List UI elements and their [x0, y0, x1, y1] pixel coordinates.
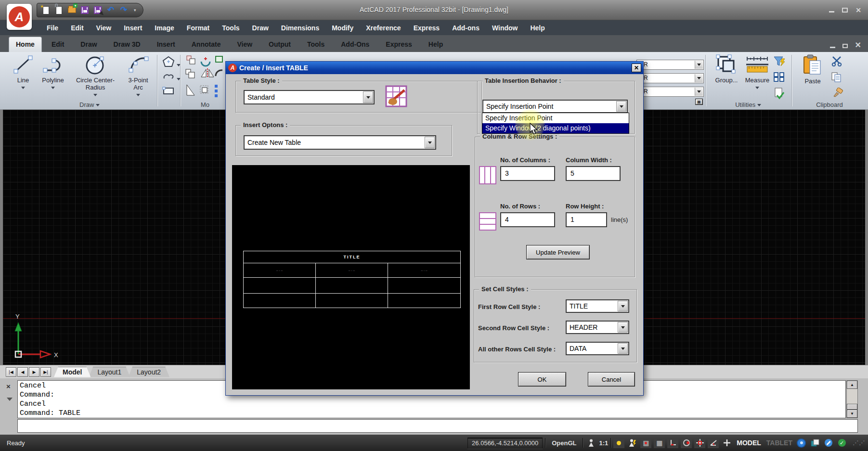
- prev-tab-button[interactable]: ◀: [17, 367, 28, 377]
- isolate-objects-icon[interactable]: [613, 438, 624, 448]
- polar-icon[interactable]: [681, 438, 692, 448]
- clean-screen-icon[interactable]: [823, 438, 834, 448]
- line-button[interactable]: Line: [11, 54, 36, 91]
- paste-button[interactable]: Paste: [798, 54, 827, 85]
- columns-input[interactable]: 3: [500, 166, 555, 181]
- next-tab-button[interactable]: ▶: [29, 367, 39, 377]
- chevron-down-icon[interactable]: [695, 61, 703, 69]
- circle-center-radius-button[interactable]: Circle Center-Radius: [68, 54, 122, 98]
- dialog-close-icon[interactable]: ✕: [632, 64, 641, 72]
- quick-properties-icon[interactable]: [627, 438, 638, 448]
- annotation-scale[interactable]: 1:1: [599, 439, 608, 447]
- tab-addons[interactable]: Add-Ons: [334, 37, 376, 52]
- standards-check-button[interactable]: [773, 88, 786, 101]
- chevron-down-icon[interactable]: [616, 101, 626, 112]
- renderer-label[interactable]: OpenGL: [548, 438, 580, 448]
- menu-format[interactable]: Format: [181, 22, 215, 34]
- dialog-title-bar[interactable]: A Create / Insert TABLE ✕: [226, 62, 643, 74]
- resize-grip[interactable]: ⋰⋰: [853, 439, 865, 446]
- lineweight-icon[interactable]: [721, 438, 732, 448]
- osnap-icon[interactable]: [694, 438, 705, 448]
- tab-insert[interactable]: Insert: [150, 37, 182, 52]
- revision-cloud-button[interactable]: [162, 73, 181, 83]
- second-row-style-combo[interactable]: HEADER: [566, 321, 629, 334]
- close-command-icon[interactable]: ×: [6, 382, 11, 390]
- scroll-up-icon[interactable]: ▲: [847, 381, 857, 389]
- three-point-arc-button[interactable]: 3-Point Arc: [123, 54, 153, 98]
- chevron-down-icon[interactable]: [363, 91, 373, 103]
- command-scrollbar[interactable]: ▲ ▼: [846, 380, 858, 418]
- tab-layout1[interactable]: Layout1: [89, 367, 130, 377]
- tab-express[interactable]: Express: [379, 37, 418, 52]
- tab-output[interactable]: Output: [262, 37, 298, 52]
- scrollbar-thumb[interactable]: [847, 404, 857, 410]
- chevron-down-icon[interactable]: [618, 301, 628, 311]
- edit-table-style-button[interactable]: [385, 85, 408, 108]
- rows-input[interactable]: 4: [500, 212, 555, 227]
- draw-panel-label[interactable]: Draw: [0, 101, 179, 108]
- cut-button[interactable]: [831, 56, 843, 68]
- mdi-restore-button[interactable]: [842, 44, 848, 48]
- tab-layout2[interactable]: Layout2: [128, 367, 169, 377]
- polygon-button[interactable]: [162, 56, 181, 69]
- column-width-input[interactable]: 5: [566, 166, 621, 181]
- chevron-down-icon[interactable]: [425, 137, 435, 148]
- status-ok-icon[interactable]: ✓: [836, 438, 847, 448]
- property-combo-2[interactable]: R: [636, 73, 704, 83]
- coordinates-display[interactable]: 26.0566,-4.5214,0.0000: [467, 438, 543, 449]
- table-style-combo[interactable]: Standard: [244, 90, 375, 104]
- rectangle-button[interactable]: [162, 87, 181, 97]
- close-button[interactable]: ✕: [855, 7, 861, 13]
- ortho-icon[interactable]: [667, 438, 678, 448]
- mdi-close-button[interactable]: ✕: [855, 40, 861, 50]
- polyline-button[interactable]: Polyline: [39, 54, 67, 91]
- property-combo-1[interactable]: R: [636, 60, 704, 70]
- menu-insert[interactable]: Insert: [118, 22, 147, 34]
- measure-button[interactable]: Measure: [742, 54, 772, 91]
- menu-edit[interactable]: Edit: [65, 22, 89, 34]
- last-tab-button[interactable]: ▶|: [40, 367, 51, 377]
- menu-xreference[interactable]: Xreference: [361, 22, 406, 34]
- chevron-down-icon[interactable]: [695, 74, 703, 82]
- modify-icons[interactable]: [185, 55, 225, 99]
- matchprops-button[interactable]: [831, 88, 843, 99]
- menu-file[interactable]: File: [41, 22, 64, 34]
- other-rows-style-combo[interactable]: DATA: [566, 342, 629, 355]
- chevron-down-icon[interactable]: [618, 343, 628, 354]
- menu-dimensions[interactable]: Dimensions: [276, 22, 324, 34]
- menu-modify[interactable]: Modify: [326, 22, 359, 34]
- insertion-behavior-combo[interactable]: Specify Insertion Point: [482, 100, 628, 113]
- menu-draw[interactable]: Draw: [247, 22, 274, 34]
- minimize-button[interactable]: [829, 11, 834, 13]
- blocks-button[interactable]: [773, 72, 786, 84]
- menu-addons[interactable]: Add-ons: [447, 22, 485, 34]
- tab-draw3d[interactable]: Draw 3D: [107, 37, 147, 52]
- insert-options-combo[interactable]: Create New Table: [244, 135, 436, 150]
- row-height-input[interactable]: 1: [566, 212, 607, 227]
- first-row-style-combo[interactable]: TITLE: [566, 299, 629, 313]
- ok-button[interactable]: OK: [518, 372, 566, 387]
- group-button[interactable]: Group...: [712, 54, 741, 84]
- tab-model[interactable]: Model: [54, 367, 91, 377]
- utilities-panel-label[interactable]: Utilities: [706, 101, 790, 108]
- scroll-down-icon[interactable]: ▼: [847, 410, 857, 418]
- tab-tools[interactable]: Tools: [300, 37, 331, 52]
- property-combo-3[interactable]: R: [636, 87, 704, 97]
- dropdown-option[interactable]: Specify Insertion Point: [482, 113, 629, 123]
- tab-view[interactable]: View: [230, 37, 259, 52]
- copy-button[interactable]: [831, 72, 843, 84]
- panel-launcher-button[interactable]: ▦: [695, 99, 703, 105]
- tab-draw[interactable]: Draw: [74, 37, 104, 52]
- command-expand-icon[interactable]: [7, 398, 13, 401]
- first-tab-button[interactable]: |◀: [6, 367, 16, 377]
- annotation-person-icon[interactable]: [585, 438, 596, 448]
- menu-help[interactable]: Help: [525, 22, 550, 34]
- grid-icon[interactable]: ▦: [654, 438, 665, 448]
- modify-panel-label[interactable]: Mo: [185, 101, 225, 108]
- snap-icon[interactable]: ▦: [640, 438, 651, 448]
- menu-express[interactable]: Express: [408, 22, 445, 34]
- tab-help[interactable]: Help: [422, 37, 450, 52]
- update-preview-button[interactable]: Update Preview: [526, 245, 590, 259]
- model-space-toggle[interactable]: MODEL: [735, 439, 763, 447]
- tab-edit[interactable]: Edit: [45, 37, 71, 52]
